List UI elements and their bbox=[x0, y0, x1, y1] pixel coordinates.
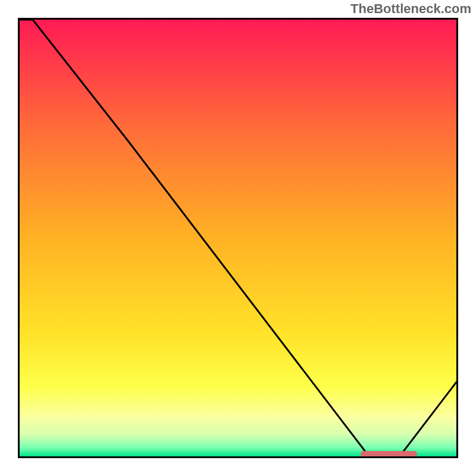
axis-left bbox=[18, 18, 20, 458]
watermark-text: TheBottleneck.com bbox=[350, 1, 471, 17]
axis-right bbox=[456, 18, 458, 458]
plot-area bbox=[20, 20, 456, 456]
axis-top bbox=[18, 18, 458, 20]
axis-bottom bbox=[18, 456, 458, 458]
data-line bbox=[20, 20, 456, 456]
